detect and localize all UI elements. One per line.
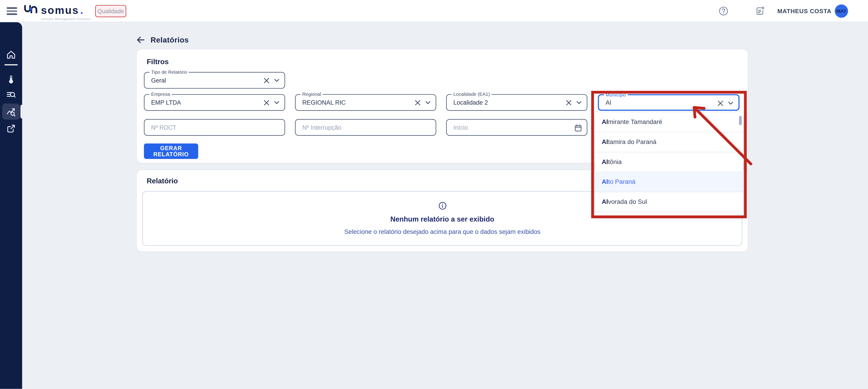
chevron-down-icon[interactable] <box>728 101 734 105</box>
municipality-field[interactable]: Município <box>598 94 740 111</box>
dropdown-option[interactable]: Altamira do Paraná <box>595 132 743 152</box>
list-search-icon <box>6 90 16 100</box>
start-date-field[interactable] <box>446 119 587 136</box>
sidebar-item-search-records[interactable] <box>0 86 22 103</box>
sidebar-item-external[interactable] <box>0 120 22 137</box>
sidebar-nav <box>0 22 22 389</box>
brand-dot: . <box>80 4 83 17</box>
dropdown-option[interactable]: Almirante Tamandaré <box>595 112 743 132</box>
filters-section-title: Filtros <box>147 58 169 66</box>
municipality-dropdown: Almirante Tamandaré Altamira do Paraná A… <box>595 112 743 215</box>
new-report-icon[interactable] <box>755 6 765 16</box>
top-header: somus. Utilities Management Solution Qua… <box>0 0 868 22</box>
clear-icon[interactable] <box>415 100 421 106</box>
hamburger-menu-icon[interactable] <box>7 7 17 15</box>
clear-icon[interactable] <box>717 100 724 107</box>
start-date-input[interactable] <box>447 120 587 135</box>
report-type-field[interactable]: Tipo de Relatório <box>144 72 285 89</box>
clear-icon[interactable] <box>264 100 270 106</box>
brand-name: somus <box>41 5 79 16</box>
sidebar-item-reports[interactable] <box>0 103 22 120</box>
external-link-icon <box>6 123 16 133</box>
empty-state-subtitle: Selecione o relatório desejado acima par… <box>143 228 742 235</box>
calendar-icon[interactable] <box>575 124 582 132</box>
avatar[interactable]: MAT <box>835 4 848 18</box>
clear-icon[interactable] <box>264 78 270 84</box>
chevron-down-icon[interactable] <box>274 79 279 83</box>
home-icon <box>6 50 16 60</box>
locality-field[interactable]: Localidade (EA1) <box>446 94 587 111</box>
chart-search-icon <box>6 107 16 117</box>
environment-badge: Qualidade <box>95 5 126 17</box>
interruption-input[interactable] <box>296 120 436 135</box>
empty-state-title: Nenhum relatório a ser exibido <box>143 215 742 223</box>
app-logo: somus. Utilities Management Solution <box>23 4 91 21</box>
app-root: somus. Utilities Management Solution Qua… <box>0 0 868 389</box>
company-field[interactable]: Empresa <box>144 94 285 111</box>
page-title: Relatórios <box>151 36 189 44</box>
somus-monogram-icon <box>23 4 38 14</box>
chevron-down-icon[interactable] <box>576 101 582 104</box>
dropdown-scrollbar-thumb[interactable] <box>739 116 741 125</box>
arrow-left-icon <box>136 35 145 44</box>
back-button[interactable] <box>136 35 145 44</box>
sidebar-item-temperature[interactable] <box>0 71 22 88</box>
thermometer-icon <box>6 74 16 84</box>
dropdown-option[interactable]: Alvorada do Sul <box>595 192 743 212</box>
sidebar-item-home[interactable] <box>0 47 22 63</box>
help-icon[interactable] <box>719 6 728 16</box>
rdct-field[interactable] <box>144 119 285 136</box>
sidebar-divider <box>4 64 18 65</box>
rdct-input[interactable] <box>145 120 285 135</box>
report-section-title: Relatório <box>147 177 178 185</box>
dropdown-option[interactable]: Altônia <box>595 152 743 172</box>
chevron-down-icon[interactable] <box>274 101 279 104</box>
user-name[interactable]: MATHEUS COSTA <box>777 8 831 14</box>
clear-icon[interactable] <box>566 100 572 106</box>
info-icon <box>438 202 446 210</box>
regional-field[interactable]: Regional <box>295 94 436 111</box>
chevron-down-icon[interactable] <box>425 101 431 104</box>
interruption-field[interactable] <box>295 119 436 136</box>
generate-report-button[interactable]: GERAR RELATÓRIO <box>144 144 198 159</box>
brand-subtitle: Utilities Management Solution <box>41 17 91 21</box>
dropdown-option-highlighted[interactable]: Alto Paraná <box>595 172 743 192</box>
